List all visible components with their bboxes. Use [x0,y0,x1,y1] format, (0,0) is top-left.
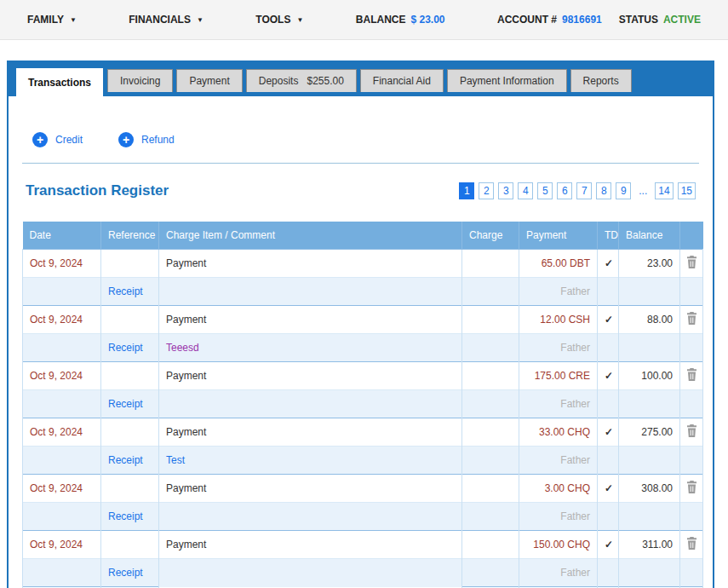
divider [22,163,699,164]
pagination: 1 2 3 4 5 6 7 8 9 ... 14 15 [459,182,696,199]
payment-amount: 175.00 CRE [519,362,598,390]
balance-value: $ 23.00 [411,14,445,26]
chevron-down-icon: ▼ [296,16,303,24]
table-subrow: Receipt Father [23,390,703,418]
menu-family[interactable]: FAMILY ▼ [27,14,77,26]
column-balance: Balance [619,222,680,250]
transaction-comment: Teeesd [166,342,199,354]
receipt-link[interactable]: Receipt [108,510,143,522]
register-header: Transaction Register 1 2 3 4 5 6 7 8 9 .… [26,182,696,199]
tab-deposits[interactable]: Deposits $255.00 [246,69,357,92]
delete-icon[interactable] [686,424,697,440]
transaction-date: Oct 9, 2024 [23,250,101,278]
column-charge-item: Charge Item / Comment [159,222,462,250]
transaction-date: Oct 9, 2024 [23,475,101,503]
tab-payment[interactable]: Payment [176,69,242,92]
page-button-15[interactable]: 15 [678,182,696,199]
charge-item: Payment [166,482,206,494]
delete-icon[interactable] [686,256,697,271]
refund-label: Refund [141,134,175,146]
table-subrow: Receipt Father [23,503,703,531]
td-checkmark: ✓ [598,306,619,334]
table-row: Oct 9, 2024 Payment 175.00 CRE ✓ 100.00 [23,362,703,390]
delete-icon[interactable] [686,368,697,383]
tab-invoicing[interactable]: Invoicing [107,69,173,92]
payment-amount: 33.00 CHQ [519,418,598,447]
pagination-ellipsis: ... [635,182,651,199]
account-number: 9816691 [562,14,602,26]
tab-reports-label: Reports [583,75,619,87]
table-subrow: Receipt Test Father [23,447,703,475]
td-checkmark: ✓ [598,250,619,278]
add-credit-button[interactable]: + Credit [32,132,83,147]
receipt-link[interactable]: Receipt [108,285,143,297]
delete-icon[interactable] [686,312,697,327]
tab-invoicing-label: Invoicing [120,75,160,87]
menu-financials-label: FINANCIALS [129,14,191,26]
page-button-6[interactable]: 6 [557,182,572,199]
delete-icon[interactable] [686,481,697,496]
page-button-8[interactable]: 8 [596,182,611,199]
receipt-link[interactable]: Receipt [108,398,143,410]
column-td: TD [598,222,619,250]
transaction-table: Date Reference Charge Item / Comment Cha… [22,222,703,588]
chevron-down-icon: ▼ [70,16,77,24]
balance-amount: 308.00 [619,475,680,503]
transaction-reference [101,475,159,503]
page-button-3[interactable]: 3 [498,182,513,199]
plus-icon: + [118,132,134,147]
tab-financial-aid[interactable]: Financial Aid [360,69,444,92]
page-button-14[interactable]: 14 [655,182,673,199]
page-button-4[interactable]: 4 [518,182,533,199]
charge-amount [462,531,519,559]
tab-payment-information-label: Payment Information [460,75,554,87]
transaction-reference [101,362,159,390]
tab-bar: Transactions Invoicing Payment Deposits … [9,62,713,96]
receipt-link[interactable]: Receipt [108,454,143,466]
tab-payment-information[interactable]: Payment Information [447,69,567,92]
charge-item: Payment [166,257,206,269]
balance-amount: 311.00 [619,531,680,559]
tab-payment-label: Payment [189,75,229,87]
payer-label: Father [519,390,598,418]
receipt-link[interactable]: Receipt [108,567,143,579]
page-button-5[interactable]: 5 [537,182,553,199]
plus-icon: + [32,132,48,147]
delete-icon[interactable] [686,537,697,552]
menu-financials[interactable]: FINANCIALS ▼ [129,14,203,26]
transaction-date: Oct 9, 2024 [23,418,101,447]
tab-transactions[interactable]: Transactions [15,67,104,96]
status-label: STATUS [619,14,658,26]
menu-tools[interactable]: TOOLS ▼ [255,14,303,26]
payer-label: Father [519,559,598,587]
page-button-1[interactable]: 1 [459,182,474,199]
balance-amount: 275.00 [619,418,680,447]
td-checkmark: ✓ [598,531,619,559]
charge-item: Payment [166,314,206,326]
tab-reports[interactable]: Reports [570,69,632,92]
td-checkmark: ✓ [598,475,619,503]
transaction-date: Oct 9, 2024 [23,531,101,559]
payer-label: Father [519,503,598,531]
transaction-reference [101,531,159,559]
payment-amount: 3.00 CHQ [519,475,598,503]
page-button-7[interactable]: 7 [576,182,592,199]
page-button-2[interactable]: 2 [479,182,494,199]
td-checkmark: ✓ [598,418,619,447]
transactions-content: + Credit + Refund Transaction Register 1… [9,132,713,588]
charge-item: Payment [166,426,206,438]
balance-amount: 88.00 [619,306,680,334]
transaction-reference [101,418,159,447]
menu-family-label: FAMILY [27,14,64,26]
payment-amount: 65.00 DBT [519,250,598,278]
table-row: Oct 9, 2024 Payment 65.00 DBT ✓ 23.00 [23,250,703,278]
receipt-link[interactable]: Receipt [108,342,143,354]
page-button-9[interactable]: 9 [616,182,631,199]
tab-financial-aid-label: Financial Aid [373,75,431,87]
action-buttons: + Credit + Refund [32,132,699,147]
add-refund-button[interactable]: + Refund [118,132,175,147]
column-charge: Charge [462,222,519,250]
column-payment: Payment [519,222,598,250]
payer-label: Father [519,278,598,306]
column-date: Date [23,222,101,250]
